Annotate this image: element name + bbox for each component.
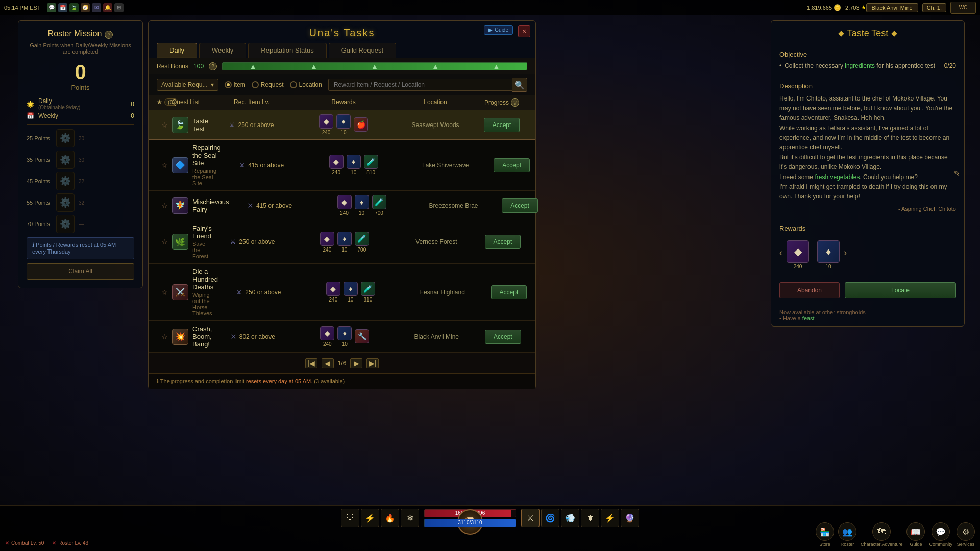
skill-slot-6[interactable]: 🌀 <box>541 509 559 527</box>
quest-subtitle-4: Save the Forest <box>192 241 212 259</box>
star-cell-3[interactable]: ☆ <box>157 202 172 210</box>
availability-dropdown[interactable]: Available Requ... ▾ <box>157 79 218 91</box>
prev-page-button[interactable]: ◀ <box>322 358 334 368</box>
calendar-icon[interactable]: 📅 <box>58 3 67 12</box>
tier-55-num: 32 <box>79 200 84 206</box>
chapter-select[interactable]: Ch. 1. <box>922 3 946 12</box>
notice-text: The progress and completion limit <box>160 378 246 384</box>
first-page-button[interactable]: |◀ <box>305 358 317 368</box>
star-5: ☆ <box>161 288 168 296</box>
guide-icon-item[interactable]: 📖 Guide <box>906 522 925 547</box>
radio-location-label: Location <box>299 81 322 88</box>
detail-edit-icon[interactable]: ✎ <box>954 169 960 178</box>
tier-55-label: 55 Points <box>27 199 52 206</box>
guide-button[interactable]: ▶ Guide <box>484 25 513 35</box>
tiers-section: 25 Points ⚙️ 30 35 Points ⚙️ 30 45 Point… <box>27 129 134 233</box>
accept-button-4[interactable]: Accept <box>485 235 521 249</box>
rewards-detail-section: Rewards ‹ ◆ 240 ♦ 10 › <box>771 218 964 276</box>
star-cell-6[interactable]: ☆ <box>157 333 172 341</box>
rewards-cell-1: ◆ 240 ♦ 10 🍎 <box>292 114 395 135</box>
reward-count-2-purple: 240 <box>332 170 340 176</box>
skill-slot-8[interactable]: 🗡 <box>581 509 599 527</box>
quest-row[interactable]: ☆ 🍃 Taste Test ⚔ 250 or above ◆ 240 ♦ <box>149 110 535 140</box>
quest-detail-panel: Taste Test ✎ Objective • Collect the nec… <box>771 20 965 327</box>
search-button[interactable]: 🔍 <box>512 78 527 92</box>
next-page-button[interactable]: ▶ <box>350 358 362 368</box>
accept-button-2[interactable]: Accept <box>494 158 530 172</box>
prev-reward-arrow[interactable]: ‹ <box>779 247 782 258</box>
accept-button-3[interactable]: Accept <box>502 198 538 213</box>
skill-slot-9[interactable]: ⚡ <box>601 509 619 527</box>
grid-icon[interactable]: ⊞ <box>114 3 124 12</box>
alert-icon[interactable]: 🔔 <box>103 3 112 12</box>
star-cell-4[interactable]: ☆ <box>157 238 172 246</box>
crystal-amount: 2.703 <box>845 5 860 11</box>
close-button[interactable]: × <box>518 25 530 37</box>
char-adventure-icon-item[interactable]: 🗺 Character Adventure <box>861 522 903 547</box>
claim-all-button[interactable]: Claim All <box>27 263 134 280</box>
item-lv-cell-1: ⚔ 250 or above <box>211 121 292 129</box>
hud-right-section: Black Anvil Mine Ch. 1. WC <box>866 2 976 14</box>
diamond-icon-right <box>892 31 897 36</box>
quest-row[interactable]: ☆ 🔷 Repairing the Seal Site Repairing th… <box>149 140 535 191</box>
item-lv-cell-3: ⚔ 415 or above <box>229 202 311 209</box>
skill-slot-2[interactable]: ⚡ <box>361 509 379 527</box>
tab-guild[interactable]: Guild Request <box>329 43 396 58</box>
chat-icon[interactable]: 💬 <box>47 3 56 12</box>
tab-weekly[interactable]: Weekly <box>199 43 246 58</box>
item-lv-icon-5: ⚔ <box>236 289 242 296</box>
reward-3-blue: ♦ 10 <box>355 195 369 216</box>
reward-2-purple: ◆ 240 <box>329 155 344 176</box>
skill-slot-3[interactable]: 🔥 <box>381 509 399 527</box>
tier-25-reward: ⚙️ <box>56 129 75 147</box>
store-icon: 🏪 <box>816 522 834 541</box>
radio-location[interactable]: Location <box>290 81 322 88</box>
last-page-button[interactable]: ▶| <box>366 358 379 368</box>
quest-row[interactable]: ☆ ⚔️ Die a Hundred Deaths Wiping out the… <box>149 264 535 321</box>
star-cell-2[interactable]: ☆ <box>157 161 172 169</box>
skill-slot-5[interactable]: ⚔ <box>521 509 540 527</box>
quest-name-3: Mischievous Fairy <box>192 198 229 213</box>
reward-icon-6-special: 🔧 <box>355 329 369 343</box>
objective-progress: 0/20 <box>944 62 956 69</box>
next-reward-arrow[interactable]: › <box>844 247 847 258</box>
compass-icon[interactable]: 🧭 <box>81 3 90 12</box>
accept-button-5[interactable]: Accept <box>491 285 527 299</box>
welcome-challenge-btn[interactable]: WC <box>950 2 976 14</box>
skill-slot-10[interactable]: 🔮 <box>621 509 639 527</box>
rest-help-icon[interactable]: ? <box>209 62 217 70</box>
store-icon-item[interactable]: 🏪 Store <box>816 522 834 547</box>
community-icon-item[interactable]: 💬 Community <box>929 522 952 547</box>
location-cell-4: Vernese Forest <box>396 238 477 245</box>
roster-icon-item[interactable]: 👥 Roster <box>838 522 856 547</box>
quest-row[interactable]: ☆ 🌿 Fairy's Friend Save the Forest ⚔ 250… <box>149 220 535 264</box>
tab-daily[interactable]: Daily <box>157 43 197 58</box>
item-lv-cell-6: ⚔ 802 or above <box>212 333 293 340</box>
roster-help-icon[interactable]: ? <box>105 31 113 39</box>
left-skills: 🛡 ⚡ 🔥 ❄ <box>341 509 419 527</box>
star-cell-5[interactable]: ☆ <box>157 288 172 296</box>
quest-icon-5: ⚔️ <box>172 284 188 300</box>
quest-row[interactable]: ☆ 🧚 Mischievous Fairy ⚔ 415 or above ◆ 2… <box>149 191 535 220</box>
accept-button-1[interactable]: Accept <box>484 118 520 132</box>
abandon-button[interactable]: Abandon <box>779 282 840 298</box>
services-icon-item[interactable]: ⚙ Services <box>957 522 975 547</box>
skill-slot-1[interactable]: 🛡 <box>341 509 359 527</box>
skill-slot-7[interactable]: 💨 <box>561 509 579 527</box>
detail-actions: Abandon Locate <box>771 276 964 305</box>
tab-reputation[interactable]: Reputation Status <box>248 43 326 58</box>
quest-row[interactable]: ☆ 💥 Crash, Boom, Bang! ⚔ 802 or above ◆ … <box>149 321 535 353</box>
radio-item[interactable]: Item <box>225 81 246 88</box>
envelope-icon[interactable]: ✉ <box>92 3 101 12</box>
description-text: Hello, I'm Chitoto, assistant to the che… <box>779 94 956 202</box>
location-cell-1: Seaswept Woods <box>395 121 476 129</box>
skill-slot-4[interactable]: ❄ <box>401 509 419 527</box>
star-cell-1[interactable]: ☆ <box>157 121 172 129</box>
locate-button[interactable]: Locate <box>845 282 956 298</box>
accept-button-6[interactable]: Accept <box>485 330 521 344</box>
bottom-hud: 🛡 ⚡ 🔥 ❄ 16509/17396 📜 3110/3110 ⚔ 🌀 💨 🗡 … <box>0 505 980 551</box>
radio-request[interactable]: Request <box>252 81 284 88</box>
search-input[interactable] <box>328 79 512 91</box>
progress-help-icon[interactable]: ? <box>511 98 519 107</box>
leaf-icon[interactable]: 🍃 <box>69 3 79 12</box>
